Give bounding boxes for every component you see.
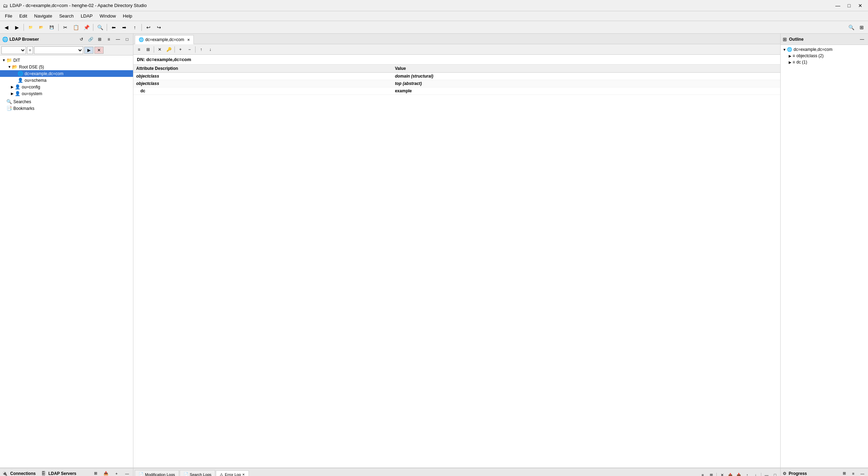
tree-item-ou-schema[interactable]: 👤 ou=schema xyxy=(0,77,133,84)
dit-expand[interactable]: ▼ xyxy=(1,58,6,63)
toolbar-copy[interactable]: 📋 xyxy=(71,23,81,32)
toolbar-redo[interactable]: ↪ xyxy=(154,23,164,32)
menu-help[interactable]: Help xyxy=(119,12,136,20)
tab-search-logs[interactable]: 📄 Search Logs xyxy=(180,470,216,476)
outline-dc[interactable]: ▶ ≡ dc (1) xyxy=(781,59,868,65)
tab-error-log[interactable]: ⚠ Error Log ✕ xyxy=(216,470,249,476)
rootdse-expand[interactable]: ▼ xyxy=(7,65,12,70)
toolbar-cut[interactable]: ✂ xyxy=(60,23,70,32)
entry-tb-btn2[interactable]: ⊞ xyxy=(144,45,152,54)
table-row[interactable]: objectclass domain (structural) xyxy=(133,73,780,80)
entry-tb-add[interactable]: + xyxy=(176,45,185,54)
tree-item-ou-system[interactable]: ▶ 👤 ou=system xyxy=(0,90,133,97)
bl-btn2[interactable]: 📥 xyxy=(102,470,110,476)
toolbar-find[interactable]: 🔍 xyxy=(846,23,856,32)
error-log-label: Error Log xyxy=(225,472,241,476)
toolbar-back[interactable]: ◀ xyxy=(1,23,11,32)
menu-search[interactable]: Search xyxy=(56,12,77,20)
maximize-button[interactable]: □ xyxy=(844,2,854,9)
bl-btn1[interactable]: ⊞ xyxy=(92,470,99,476)
tab-mod-logs[interactable]: 📄 Modification Logs xyxy=(135,470,179,476)
menu-ldap[interactable]: LDAP xyxy=(77,12,96,20)
tree-item-dc-example[interactable]: 🌐 dc=example,dc=com xyxy=(0,70,133,77)
btb-export[interactable]: 📤 xyxy=(727,471,734,476)
attr-dc: dc xyxy=(133,87,392,95)
bookmarks-icon: 📑 xyxy=(6,106,12,111)
browser-filter-value[interactable] xyxy=(34,46,83,54)
entry-tb-remove[interactable]: − xyxy=(185,45,194,54)
config-expand[interactable]: ▶ xyxy=(10,85,15,90)
progress-btn1[interactable]: ⊞ xyxy=(841,470,848,476)
outline-oc-expand[interactable]: ▶ xyxy=(788,54,793,58)
btb-import[interactable]: 📥 xyxy=(735,471,743,476)
error-log-close[interactable]: ✕ xyxy=(242,473,245,476)
connections-icon: 🔌 xyxy=(2,471,7,476)
outline-root-expand[interactable]: ▼ xyxy=(782,48,787,52)
browser-filter-apply[interactable]: ▶ xyxy=(84,47,93,54)
minimize-button[interactable]: — xyxy=(833,2,843,9)
close-button[interactable]: ✕ xyxy=(855,2,865,9)
browser-filter-attr[interactable] xyxy=(1,46,26,54)
outline-root[interactable]: ▼ 🌐 dc=example,dc=com xyxy=(781,46,868,53)
toolbar-open[interactable]: 📂 xyxy=(36,23,46,32)
browser-header-btn3[interactable]: ⊞ xyxy=(96,36,104,43)
browser-header-minimize[interactable]: — xyxy=(114,36,122,43)
table-row[interactable]: objectclass top (abstract) xyxy=(133,80,780,87)
dc-example-expand[interactable] xyxy=(13,71,18,76)
btb-sep1 xyxy=(716,473,717,476)
toolbar-next-nav[interactable]: ➡ xyxy=(119,23,129,32)
toolbar-search[interactable]: 🔍 xyxy=(95,23,105,32)
outline-objectclass[interactable]: ▶ ≡ objectclass (2) xyxy=(781,53,868,59)
tree-item-rootdse[interactable]: ▼ 📂 Root DSE (5) xyxy=(0,64,133,70)
toolbar-paste[interactable]: 📌 xyxy=(81,23,91,32)
toolbar-save[interactable]: 💾 xyxy=(47,23,57,32)
entry-tb-refresh[interactable]: 🔑 xyxy=(165,45,173,54)
toolbar-undo[interactable]: ↩ xyxy=(144,23,153,32)
entry-tb-up[interactable]: ↑ xyxy=(197,45,205,54)
btb-delete[interactable]: ✕ xyxy=(718,471,726,476)
btb-btn1[interactable]: ≡ xyxy=(699,471,707,476)
btb-btn2[interactable]: ⊞ xyxy=(707,471,715,476)
tab-close-btn[interactable]: ✕ xyxy=(187,38,190,42)
tree-item-dit[interactable]: ▼ 📁 DIT xyxy=(0,57,133,64)
system-expand[interactable]: ▶ xyxy=(10,91,15,96)
outline-dc-expand[interactable]: ▶ xyxy=(788,60,793,64)
progress-btn2[interactable]: ≡ xyxy=(850,470,857,476)
browser-header-btn2[interactable]: 🔗 xyxy=(87,36,94,43)
entry-tb-delete[interactable]: ✕ xyxy=(155,45,164,54)
btb-up[interactable]: ↑ xyxy=(743,471,751,476)
menu-navigate[interactable]: Navigate xyxy=(31,12,55,20)
entry-tb-down[interactable]: ↓ xyxy=(206,45,214,54)
browser-header-btn1[interactable]: ↺ xyxy=(78,36,85,43)
menu-file[interactable]: File xyxy=(1,12,16,20)
bl-btn3[interactable]: + xyxy=(113,470,120,476)
progress-minimize[interactable]: — xyxy=(859,470,866,476)
error-log-icon: ⚠ xyxy=(220,472,223,476)
main-tab-dc-example[interactable]: 🌐 dc=example,dc=com ✕ xyxy=(135,35,194,44)
schema-expand[interactable] xyxy=(13,78,18,83)
bookmarks-expand[interactable] xyxy=(1,106,6,111)
btb-down[interactable]: ↓ xyxy=(752,471,760,476)
bl-btn4[interactable]: — xyxy=(123,470,131,476)
menu-window[interactable]: Window xyxy=(96,12,119,20)
browser-filter-clear[interactable]: ✕ xyxy=(94,47,104,54)
toolbar-up[interactable]: ↑ xyxy=(130,23,140,32)
btb-maximize[interactable]: □ xyxy=(771,471,779,476)
tree-item-bookmarks[interactable]: 📑 Bookmarks xyxy=(0,105,133,112)
search-logs-label: Search Logs xyxy=(190,472,212,476)
browser-header-maximize[interactable]: □ xyxy=(123,36,131,43)
table-row[interactable]: dc example xyxy=(133,87,780,95)
browser-header-btn4[interactable]: ≡ xyxy=(105,36,113,43)
toolbar-layout[interactable]: ⊞ xyxy=(857,23,867,32)
menu-edit[interactable]: Edit xyxy=(16,12,31,20)
outline-minimize[interactable]: — xyxy=(858,36,866,43)
searches-expand[interactable] xyxy=(1,99,6,104)
toolbar-forward[interactable]: ▶ xyxy=(12,23,22,32)
entry-table: Attribute Description Value objectclass … xyxy=(133,65,780,468)
toolbar-new[interactable]: 📁 xyxy=(26,23,35,32)
tree-item-ou-config[interactable]: ▶ 👤 ou=config xyxy=(0,84,133,90)
tree-item-searches[interactable]: 🔍 Searches xyxy=(0,98,133,105)
btb-minimize[interactable]: — xyxy=(763,471,770,476)
entry-tb-btn1[interactable]: ≡ xyxy=(135,45,143,54)
toolbar-prev-nav[interactable]: ⬅ xyxy=(109,23,119,32)
